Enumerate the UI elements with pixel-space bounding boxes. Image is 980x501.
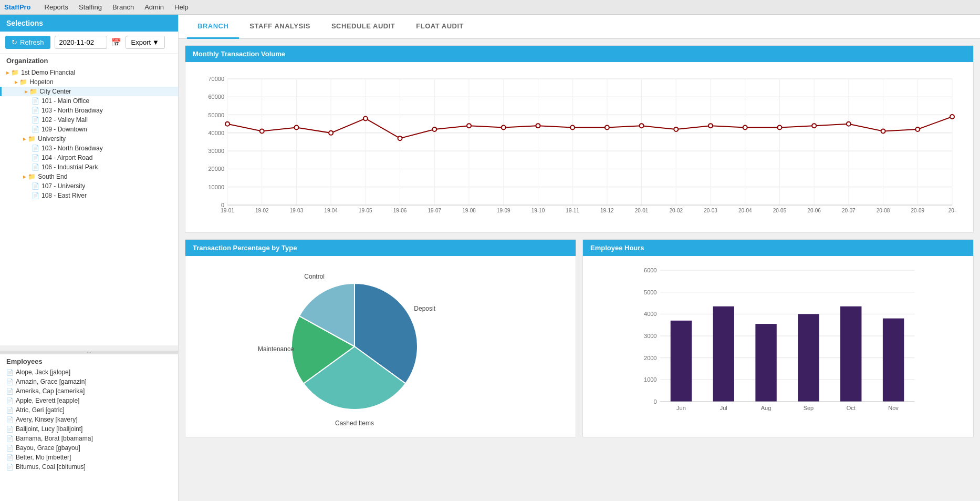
tree-label: 104 - Airport Road — [41, 154, 92, 161]
date-input[interactable] — [55, 36, 107, 49]
employee-label: Better, Mo [mbetter] — [16, 454, 71, 461]
employees-list[interactable]: 📄 Alope, Jack [jalope]📄 Amazin, Grace [g… — [0, 366, 178, 501]
charts-area: Monthly Transaction Volume 0100002000030… — [179, 39, 980, 501]
tree-label: University — [38, 135, 66, 142]
employee-item[interactable]: 📄 Apple, Everett [eapple] — [0, 396, 178, 405]
tab-float-audit[interactable]: FLOAT AUDIT — [405, 15, 474, 39]
tree-item-university[interactable]: ▸ 📁University — [0, 134, 178, 144]
nav-reports[interactable]: Reports — [39, 0, 74, 15]
tree-item-109[interactable]: 📄109 - Downtown — [0, 125, 178, 134]
tree-item-city-center[interactable]: ▸ 📁City Center — [0, 87, 178, 96]
tab-schedule-audit[interactable]: SCHEDULE AUDIT — [321, 15, 405, 39]
svg-text:20-07: 20-07 — [842, 208, 856, 213]
employee-item[interactable]: 📄 Alope, Jack [jalope] — [0, 367, 178, 377]
bar-chart-body: 0100020003000400050006000JunJulAugSepOct… — [583, 256, 973, 437]
tree-item-106[interactable]: 📄106 - Industrial Park — [0, 162, 178, 172]
tree-item-hopeton[interactable]: ▸ 📁Hopeton — [0, 77, 178, 87]
employee-item[interactable]: 📄 Bamama, Borat [bbamama] — [0, 434, 178, 443]
svg-text:19-10: 19-10 — [531, 208, 545, 213]
tree-item-102[interactable]: 📄102 - Valley Mall — [0, 115, 178, 125]
bar-chart-container: 0100020003000400050006000JunJulAugSepOct… — [589, 262, 967, 431]
nav-admin[interactable]: Admin — [139, 0, 169, 15]
employee-label: Amazin, Grace [gamazin] — [16, 378, 87, 385]
selections-header: Selections — [0, 15, 178, 32]
svg-point-72 — [640, 124, 644, 128]
svg-text:50000: 50000 — [208, 112, 224, 118]
svg-point-81 — [950, 115, 954, 119]
folder-icon: ▸ 📁 — [23, 173, 36, 180]
folder-icon: ▸ 📁 — [15, 78, 27, 86]
refresh-button[interactable]: ↻ Refresh — [5, 36, 50, 49]
export-button[interactable]: Export ▼ — [126, 36, 165, 49]
svg-text:20000: 20000 — [208, 166, 224, 172]
nav-branch[interactable]: Branch — [107, 0, 139, 15]
tree-item-103b[interactable]: 📄103 - North Broadway — [0, 144, 178, 153]
svg-point-73 — [674, 127, 678, 131]
svg-point-69 — [536, 124, 540, 128]
employee-item[interactable]: 📄 Bitumus, Coal [cbitumus] — [0, 462, 178, 472]
employee-label: Bamama, Borat [bbamama] — [16, 435, 93, 442]
svg-text:0: 0 — [653, 398, 656, 405]
nav-staffing[interactable]: Staffing — [74, 0, 107, 15]
employee-file-icon: 📄 — [6, 464, 14, 471]
svg-text:19-09: 19-09 — [497, 208, 510, 213]
svg-text:19-04: 19-04 — [324, 208, 338, 213]
svg-point-60 — [225, 122, 230, 126]
svg-text:19-07: 19-07 — [428, 208, 441, 213]
tree-item-101[interactable]: 📄101 - Main Office — [0, 96, 178, 106]
svg-text:19-03: 19-03 — [290, 208, 304, 213]
employee-file-icon: 📄 — [6, 379, 14, 385]
employee-label: Amerika, Cap [camerika] — [16, 387, 85, 395]
tree-item-108[interactable]: 📄108 - East River — [0, 191, 178, 200]
employee-label: Avery, Kinsey [kavery] — [16, 416, 78, 423]
employee-item[interactable]: 📄 Amerika, Cap [camerika] — [0, 386, 178, 396]
employee-label: Bitumus, Coal [cbitumus] — [16, 463, 86, 471]
svg-text:Maintenance: Maintenance — [257, 345, 294, 353]
tree-item-107[interactable]: 📄107 - University — [0, 181, 178, 191]
employee-item[interactable]: 📄 Avery, Kinsey [kavery] — [0, 415, 178, 424]
svg-text:10000: 10000 — [208, 184, 224, 190]
tree-container[interactable]: ▸ 📁1st Demo Financial▸ 📁Hopeton▸ 📁City C… — [0, 66, 178, 345]
tree-item-103a[interactable]: 📄103 - North Broadway — [0, 106, 178, 115]
svg-text:30000: 30000 — [208, 148, 224, 154]
file-icon: 📄 — [32, 163, 39, 171]
calendar-icon[interactable]: 📅 — [111, 38, 121, 47]
pie-chart-header: Transaction Percentage by Type — [185, 240, 576, 256]
employee-file-icon: 📄 — [6, 369, 14, 376]
tree-item-south-end[interactable]: ▸ 📁South End — [0, 172, 178, 181]
svg-text:Oct: Oct — [847, 405, 856, 411]
employee-item[interactable]: 📄 Bayou, Grace [gbayou] — [0, 443, 178, 453]
svg-point-63 — [329, 131, 333, 135]
employee-item[interactable]: 📄 Atric, Geri [gatric] — [0, 405, 178, 415]
tabs-bar: BRANCH STAFF ANALYSIS SCHEDULE AUDIT FLO… — [179, 15, 980, 39]
employee-item[interactable]: 📄 Amazin, Grace [gamazin] — [0, 377, 178, 386]
tab-staff-analysis[interactable]: STAFF ANALYSIS — [239, 15, 321, 39]
svg-text:Deposit: Deposit — [414, 305, 435, 312]
folder-icon: ▸ 📁 — [23, 135, 36, 142]
svg-text:Cashed Items: Cashed Items — [335, 420, 373, 425]
tree-label: 102 - Valley Mall — [41, 116, 88, 124]
employee-file-icon: 📄 — [6, 445, 14, 452]
svg-point-61 — [260, 129, 264, 133]
tree-item-1st-demo[interactable]: ▸ 📁1st Demo Financial — [0, 68, 178, 77]
tree-item-104[interactable]: 📄104 - Airport Road — [0, 153, 178, 162]
svg-point-79 — [881, 129, 885, 133]
svg-text:20-02: 20-02 — [669, 208, 683, 213]
app-name: StaffPro — [4, 3, 31, 11]
employee-item[interactable]: 📄 Better, Mo [mbetter] — [0, 453, 178, 462]
monthly-chart-body: 01000020000300004000050000600007000019-0… — [185, 62, 973, 232]
employee-item[interactable]: 📄 Balljoint, Lucy [lballjoint] — [0, 424, 178, 434]
top-nav: StaffPro Reports Staffing Branch Admin H… — [0, 0, 980, 15]
svg-text:Nov: Nov — [888, 405, 899, 411]
sidebar: Selections ↻ Refresh 📅 Export ▼ Organiza… — [0, 15, 179, 501]
svg-point-74 — [708, 124, 713, 128]
svg-text:19-01: 19-01 — [221, 208, 234, 213]
tree-label: 101 - Main Office — [41, 97, 89, 105]
nav-help[interactable]: Help — [169, 0, 194, 15]
main-layout: Selections ↻ Refresh 📅 Export ▼ Organiza… — [0, 15, 980, 501]
bar-chart-panel: Employee Hours 0100020003000400050006000… — [582, 239, 974, 437]
svg-text:1000: 1000 — [644, 376, 656, 383]
svg-text:19-12: 19-12 — [600, 208, 614, 213]
tab-branch[interactable]: BRANCH — [187, 15, 239, 39]
file-icon: 📄 — [32, 154, 39, 161]
